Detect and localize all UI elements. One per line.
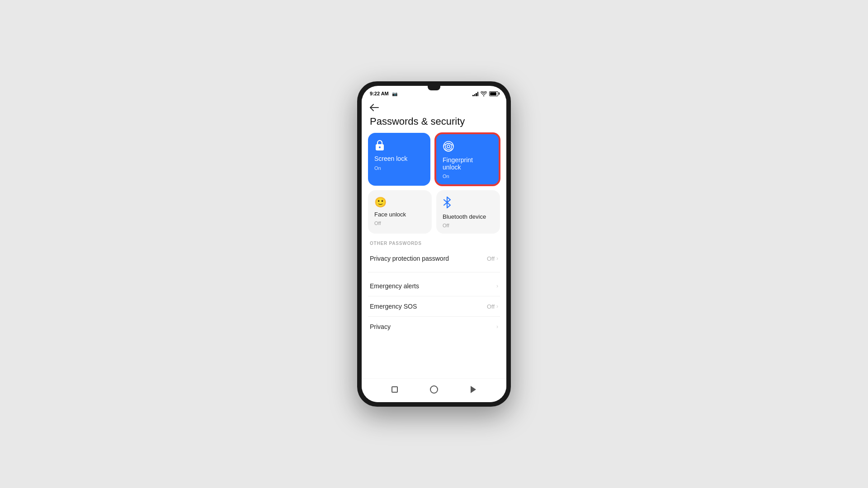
fingerprint-unlock-card[interactable]: Fingerprint unlock On bbox=[435, 133, 500, 186]
bluetooth-device-card[interactable]: Bluetooth device Off bbox=[436, 190, 500, 234]
screen-lock-icon bbox=[374, 139, 424, 153]
face-unlock-icon: 🙂 bbox=[374, 197, 425, 208]
status-time: 9:22 AM 📷 bbox=[370, 91, 397, 96]
bluetooth-icon bbox=[443, 197, 494, 211]
header-section: Passwords & security bbox=[362, 99, 506, 133]
screen-lock-label: Screen lock bbox=[374, 155, 424, 162]
bluetooth-device-sublabel: Off bbox=[443, 223, 494, 228]
privacy-protection-password-item[interactable]: Privacy protection password Off › bbox=[368, 249, 500, 268]
privacy-protection-password-right: Off › bbox=[487, 255, 498, 262]
privacy-label: Privacy bbox=[370, 323, 391, 330]
other-passwords-label: OTHER PASSWORDS bbox=[362, 241, 506, 246]
square-nav-icon bbox=[392, 386, 398, 393]
privacy-protection-password-label: Privacy protection password bbox=[370, 255, 449, 262]
emergency-list: Emergency alerts › Emergency SOS Off › P… bbox=[362, 276, 506, 337]
recent-apps-button[interactable] bbox=[387, 383, 403, 396]
face-unlock-card[interactable]: 🙂 Face unlock Off bbox=[368, 190, 432, 234]
screen-lock-sublabel: On bbox=[374, 165, 424, 171]
second-cards-row: 🙂 Face unlock Off Bluetooth device Off bbox=[362, 190, 506, 234]
wifi-icon bbox=[481, 91, 487, 96]
privacy-protection-password-value: Off bbox=[487, 255, 495, 262]
page-title: Passwords & security bbox=[370, 116, 498, 127]
privacy-protection-chevron-icon: › bbox=[496, 255, 498, 262]
battery-icon bbox=[489, 91, 498, 96]
top-cards-row: Screen lock On Fingerprint un bbox=[362, 133, 506, 186]
privacy-item[interactable]: Privacy › bbox=[368, 317, 500, 337]
screen-content: Passwords & security Screen lock On bbox=[362, 99, 506, 378]
screen-lock-card[interactable]: Screen lock On bbox=[368, 133, 430, 186]
back-button[interactable] bbox=[370, 102, 379, 113]
emergency-sos-value: Off bbox=[487, 303, 495, 310]
time-display: 9:22 AM bbox=[370, 91, 389, 96]
divider-1 bbox=[368, 272, 500, 272]
emergency-alerts-chevron-icon: › bbox=[496, 283, 498, 289]
emergency-sos-chevron-icon: › bbox=[496, 303, 498, 310]
camera-indicator: 📷 bbox=[392, 91, 397, 96]
privacy-right: › bbox=[496, 324, 498, 330]
svg-point-4 bbox=[447, 145, 450, 148]
fingerprint-unlock-sublabel: On bbox=[443, 174, 492, 179]
emergency-sos-item[interactable]: Emergency SOS Off › bbox=[368, 296, 500, 317]
bottom-nav bbox=[362, 378, 506, 402]
fingerprint-icon bbox=[443, 141, 492, 154]
face-unlock-label: Face unlock bbox=[374, 211, 425, 218]
svg-point-1 bbox=[379, 146, 381, 148]
bluetooth-device-label: Bluetooth device bbox=[443, 213, 494, 220]
emergency-alerts-label: Emergency alerts bbox=[370, 282, 419, 290]
emergency-alerts-item[interactable]: Emergency alerts › bbox=[368, 276, 500, 296]
other-passwords-list: Privacy protection password Off › bbox=[362, 249, 506, 268]
face-unlock-sublabel: Off bbox=[374, 221, 425, 226]
home-button[interactable] bbox=[426, 383, 442, 396]
notch bbox=[428, 86, 440, 90]
phone-screen: 9:22 AM 📷 bbox=[362, 86, 506, 402]
emergency-alerts-right: › bbox=[496, 283, 498, 289]
back-nav-button[interactable] bbox=[465, 383, 481, 396]
circle-nav-icon bbox=[430, 385, 438, 394]
fingerprint-unlock-label: Fingerprint unlock bbox=[443, 157, 492, 171]
signal-icon bbox=[472, 91, 478, 96]
status-icons bbox=[472, 91, 498, 96]
emergency-sos-right: Off › bbox=[487, 303, 498, 310]
phone-frame: 9:22 AM 📷 bbox=[357, 81, 511, 407]
privacy-chevron-icon: › bbox=[496, 324, 498, 330]
triangle-nav-icon bbox=[471, 386, 476, 393]
emergency-sos-label: Emergency SOS bbox=[370, 303, 417, 310]
